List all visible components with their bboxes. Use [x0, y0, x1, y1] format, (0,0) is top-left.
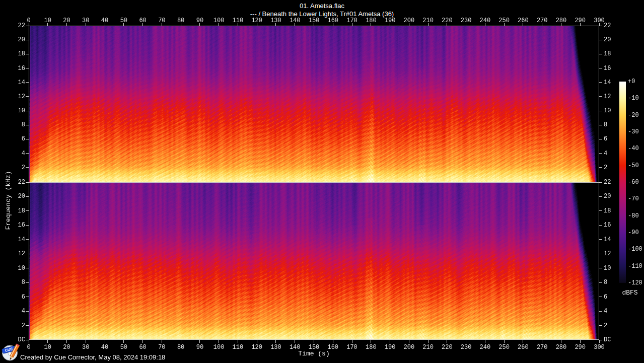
colorbar-tick-label: -100 — [628, 246, 644, 252]
page-title: 01. Ametsa.flac — [0, 2, 644, 10]
colorbar-tick-label: -30 — [628, 129, 644, 135]
x-tick-label-top: 120 — [247, 18, 267, 24]
y-tick-label-right: 4 — [604, 308, 625, 314]
y-tick-label-left: 22 — [4, 23, 25, 29]
y-tick-label-right: 2 — [604, 323, 625, 329]
y-tick-mark-right — [599, 125, 602, 125]
y-tick-mark-right — [599, 210, 602, 211]
y-tick-label-left: 12 — [4, 94, 25, 100]
x-tick-label-top: 300 — [589, 18, 609, 24]
y-tick-mark-right — [599, 40, 602, 40]
x-tick-mark-bottom — [390, 340, 390, 343]
x-tick-mark-bottom — [29, 340, 29, 343]
colorbar-tick-label: -10 — [628, 95, 644, 101]
x-tick-mark-bottom — [333, 340, 333, 343]
cue-corrector-logo-icon: CUE — [2, 343, 20, 362]
y-tick-label-left: 20 — [4, 37, 25, 43]
x-tick-mark-bottom — [123, 340, 124, 343]
colorbar-tick-label: -50 — [628, 163, 644, 169]
x-tick-label-top: 240 — [475, 18, 495, 24]
y-tick-label-left: 8 — [4, 122, 25, 128]
y-tick-mark-right — [599, 139, 602, 139]
x-tick-label-top: 70 — [152, 18, 172, 24]
y-tick-label-right: 18 — [604, 51, 625, 57]
x-tick-label-top: 280 — [551, 18, 571, 24]
y-tick-mark-right — [599, 111, 602, 111]
y-tick-mark-right — [599, 54, 602, 54]
x-tick-mark-bottom — [199, 340, 200, 343]
y-tick-mark-right — [599, 239, 602, 240]
x-tick-mark-bottom — [371, 340, 371, 343]
y-tick-mark-right — [599, 26, 602, 26]
y-tick-mark-right — [599, 196, 602, 197]
x-tick-label-top: 260 — [513, 18, 533, 24]
x-tick-mark-bottom — [47, 340, 48, 343]
x-tick-mark-bottom — [295, 340, 295, 343]
x-tick-label-top: 130 — [266, 18, 286, 24]
x-tick-label-top: 290 — [570, 18, 590, 24]
colorbar — [619, 82, 626, 283]
y-tick-mark-right — [599, 167, 602, 168]
y-tick-mark-right — [599, 268, 602, 268]
colorbar-tick-label: -120 — [628, 280, 644, 286]
y-tick-mark-right — [599, 225, 602, 226]
x-tick-mark-bottom — [238, 340, 238, 343]
y-tick-label-left: 10 — [4, 265, 25, 271]
x-tick-mark-bottom — [352, 340, 352, 343]
x-tick-label-top: 30 — [76, 18, 96, 24]
colorbar-tick-label: -70 — [628, 196, 644, 202]
x-tick-label-top: 140 — [285, 18, 305, 24]
y-tick-label-left: 2 — [4, 165, 25, 171]
x-tick-mark-bottom — [257, 340, 257, 343]
y-tick-mark-right — [599, 325, 602, 326]
x-tick-mark-bottom — [523, 340, 523, 343]
x-tick-label-top: 170 — [342, 18, 362, 24]
x-tick-mark-bottom — [561, 340, 561, 343]
x-tick-label-top: 10 — [38, 18, 58, 24]
colorbar-tick-label: -110 — [628, 263, 644, 269]
y-tick-label-left: 18 — [4, 51, 25, 57]
x-tick-label-top: 20 — [57, 18, 77, 24]
y-tick-label-left: 16 — [4, 65, 25, 71]
y-tick-label-right: 22 — [604, 23, 625, 29]
x-tick-mark-bottom — [105, 340, 105, 343]
x-tick-mark-bottom — [275, 340, 276, 343]
y-tick-mark-right — [599, 153, 602, 154]
x-tick-label-top: 190 — [380, 18, 400, 24]
x-tick-label-top: 100 — [209, 18, 229, 24]
y-tick-label-left: 12 — [4, 251, 25, 257]
y-tick-label-right: 16 — [604, 65, 625, 71]
y-tick-mark-right — [599, 96, 602, 97]
colorbar-tick-label: -90 — [628, 230, 644, 236]
colorbar-tick-label: -80 — [628, 213, 644, 219]
y-axis-title: Frequency (kHz) — [5, 171, 12, 230]
x-tick-mark-bottom — [447, 340, 447, 343]
page-subtitle: --- / Beneath the Lower Lights, Tr#01 Am… — [0, 10, 644, 18]
credit-text: Created by Cue Corrector, May 08, 2024 1… — [20, 353, 165, 361]
x-tick-mark-bottom — [599, 340, 600, 343]
y-tick-label-left: 4 — [4, 151, 25, 157]
y-tick-mark-right — [599, 340, 602, 340]
y-tick-label-left: DC — [4, 337, 25, 343]
x-tick-label-top: 160 — [323, 18, 343, 24]
spectrogram-heatmap — [29, 26, 599, 340]
y-tick-label-left: 14 — [4, 237, 25, 243]
x-tick-mark-bottom — [409, 340, 409, 343]
y-tick-label-left: 10 — [4, 108, 25, 114]
y-tick-label-left: 8 — [4, 279, 25, 285]
colorbar-tick-label: -40 — [628, 146, 644, 152]
x-tick-mark-bottom — [580, 340, 581, 343]
y-tick-mark-right — [599, 82, 602, 83]
colorbar-tick-label: -60 — [628, 179, 644, 185]
y-tick-label-right: DC — [604, 337, 625, 343]
x-tick-mark-bottom — [142, 340, 143, 343]
x-tick-mark-bottom — [314, 340, 314, 343]
y-tick-mark-right — [599, 68, 602, 68]
x-tick-mark-bottom — [162, 340, 162, 343]
colorbar-tick-label: -20 — [628, 112, 644, 118]
x-tick-label-top: 270 — [532, 18, 552, 24]
x-tick-label-top: 0 — [19, 18, 39, 24]
x-tick-label-top: 50 — [114, 18, 134, 24]
y-tick-mark-right — [599, 311, 602, 312]
x-tick-mark-bottom — [542, 340, 542, 343]
